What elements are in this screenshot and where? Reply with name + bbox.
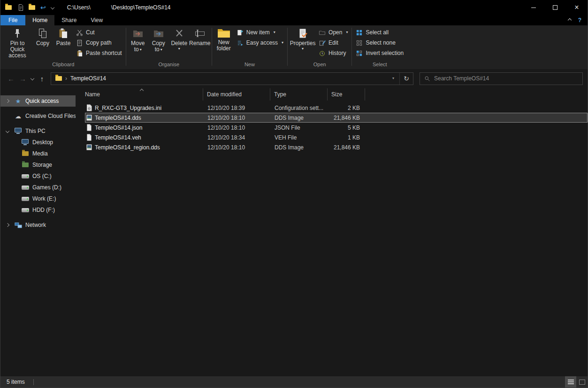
column-header-name[interactable]: Name <box>85 88 203 101</box>
ribbon-group-select: Select all Select none Invert selection … <box>353 25 406 69</box>
column-header-type[interactable]: Type <box>270 88 328 101</box>
ribbon-group-organise: Move to▾ Copy to▾ Delete ▾ Rename <box>128 25 210 69</box>
qat-new-folder-icon[interactable] <box>29 5 35 10</box>
expand-chevron-icon[interactable] <box>5 99 9 103</box>
group-label-new: New <box>214 61 286 69</box>
open-button[interactable]: Open ▾ <box>316 27 350 38</box>
expand-chevron-icon[interactable] <box>5 223 9 227</box>
history-button[interactable]: History <box>316 48 350 58</box>
minimize-icon <box>531 8 536 8</box>
sidebar-item-label: Media <box>32 150 48 157</box>
file-type: Configuration sett... <box>271 105 328 111</box>
invert-selection-button[interactable]: Invert selection <box>353 48 406 58</box>
copy-icon <box>37 28 48 39</box>
search-box[interactable] <box>420 72 583 85</box>
sidebar-item-network[interactable]: Network <box>0 219 76 231</box>
pin-to-quick-access-button[interactable]: Pin to Quick access <box>2 27 32 59</box>
sidebar-item-hdd-f[interactable]: HDD (F:) <box>0 204 76 216</box>
tab-view[interactable]: View <box>84 15 110 25</box>
maximize-button[interactable] <box>544 0 566 15</box>
file-type: DDS Image <box>271 115 328 121</box>
up-button[interactable]: ↑ <box>36 75 48 82</box>
qat-properties-icon[interactable] <box>18 4 23 11</box>
sidebar-item-label: Quick access <box>25 98 59 104</box>
tab-file[interactable]: File <box>0 15 25 25</box>
address-text[interactable]: TempleOS#14 <box>70 75 106 82</box>
new-item-button[interactable]: New item ▾ <box>234 27 286 38</box>
copy-path-button[interactable]: Copy path <box>74 38 124 48</box>
easy-access-button[interactable]: Easy access ▾ <box>234 38 286 48</box>
tab-home[interactable]: Home <box>25 15 54 25</box>
paste-button[interactable]: Paste <box>53 27 74 47</box>
file-date-modified: 12/10/20 18:10 <box>204 144 271 151</box>
help-icon[interactable]: ? <box>578 17 581 23</box>
qat-customize-chevron-icon[interactable] <box>50 6 54 9</box>
drive-icon <box>22 197 29 201</box>
collapse-ribbon-chevron-icon[interactable] <box>567 18 571 22</box>
select-none-button[interactable]: Select none <box>353 38 406 48</box>
paste-icon <box>58 28 69 39</box>
cut-button[interactable]: Cut <box>74 27 124 38</box>
file-row-templeos14-dds[interactable]: TempleOS#14.dds 12/10/20 18:10 DDS Image… <box>85 113 588 123</box>
delete-button[interactable]: Delete ▾ <box>169 27 190 51</box>
edit-button[interactable]: Edit <box>316 38 350 48</box>
close-button[interactable]: × <box>566 0 588 15</box>
column-headers: Name Date modified Type Size <box>85 88 588 101</box>
file-row-templeos14-json[interactable]: TempleOS#14.json 12/10/20 18:10 JSON Fil… <box>85 123 588 132</box>
sidebar-item-quick-access[interactable]: ★ Quick access <box>0 95 76 107</box>
column-header-label: Type <box>274 91 286 98</box>
tab-share[interactable]: Share <box>54 15 84 25</box>
address-bar[interactable]: › TempleOS#14 ▾ ↻ <box>51 72 413 85</box>
rename-icon <box>194 28 206 39</box>
status-bar: 5 items <box>0 376 588 388</box>
cloud-icon: ☁ <box>15 113 21 119</box>
file-row-upgrades-ini[interactable]: R_RXC-GT3_Upgrades.ini 12/10/20 18:39 Co… <box>85 103 588 113</box>
minimize-button[interactable] <box>523 0 544 15</box>
sidebar-item-work-e[interactable]: Work (E:) <box>0 193 76 204</box>
refresh-button[interactable]: ↻ <box>399 73 413 85</box>
image-file-icon <box>86 144 92 151</box>
select-none-icon <box>356 39 363 47</box>
sidebar-item-os-c[interactable]: OS (C:) <box>0 171 76 182</box>
properties-label: Properties <box>290 40 316 47</box>
move-to-button[interactable]: Move to▾ <box>128 27 148 53</box>
new-folder-label: New folder <box>214 39 234 52</box>
sidebar-item-this-pc[interactable]: This PC <box>0 125 76 137</box>
copy-button[interactable]: Copy <box>32 27 53 47</box>
details-view-icon <box>568 380 574 385</box>
file-size: 1 KB <box>328 134 366 141</box>
collapse-chevron-icon[interactable] <box>5 129 9 133</box>
back-button[interactable]: ← <box>5 75 17 82</box>
sidebar-item-games-d[interactable]: Games (D:) <box>0 182 76 193</box>
select-all-button[interactable]: Select all <box>353 27 406 38</box>
rename-button[interactable]: Rename <box>190 27 210 47</box>
paste-shortcut-button[interactable]: Paste shortcut <box>74 48 124 58</box>
undo-icon[interactable]: ↩ <box>40 4 46 11</box>
file-type: JSON File <box>271 124 328 131</box>
new-folder-button[interactable]: New folder <box>214 27 234 52</box>
column-header-date-modified[interactable]: Date modified <box>203 88 270 101</box>
generic-file-icon <box>86 134 92 141</box>
sidebar-item-desktop[interactable]: Desktop <box>0 137 76 148</box>
group-divider <box>287 28 288 66</box>
dropdown-caret-icon: ▾ <box>346 31 348 34</box>
properties-button[interactable]: Properties ▾ <box>289 27 316 51</box>
status-divider <box>33 379 34 385</box>
copy-to-button[interactable]: Copy to▾ <box>148 27 169 53</box>
address-dropdown-caret-icon[interactable]: ▾ <box>387 77 399 80</box>
ribbon-group-open: Properties ▾ Open ▾ Edit Histo <box>289 25 350 69</box>
sidebar-item-media[interactable]: Media <box>0 148 76 159</box>
file-row-templeos14-veh[interactable]: TempleOS#14.veh 12/10/20 18:34 VEH File … <box>85 132 588 142</box>
recent-locations-chevron-icon[interactable] <box>31 77 34 80</box>
file-row-templeos14-region-dds[interactable]: TempleOS#14_region.dds 12/10/20 18:10 DD… <box>85 142 588 152</box>
ribbon-tab-bar: File Home Share View ? <box>0 15 588 25</box>
file-size: 2 KB <box>328 105 366 111</box>
column-header-size[interactable]: Size <box>328 88 365 101</box>
forward-button[interactable]: → <box>17 75 29 82</box>
sidebar-item-creative-cloud-files[interactable]: ☁ Creative Cloud Files <box>0 110 76 122</box>
details-view-button[interactable] <box>565 376 576 388</box>
sidebar-item-storage[interactable]: Storage <box>0 159 76 171</box>
search-input[interactable] <box>434 75 578 82</box>
file-date-modified: 12/10/20 18:10 <box>204 115 271 121</box>
thumbnails-view-button[interactable] <box>576 376 588 388</box>
